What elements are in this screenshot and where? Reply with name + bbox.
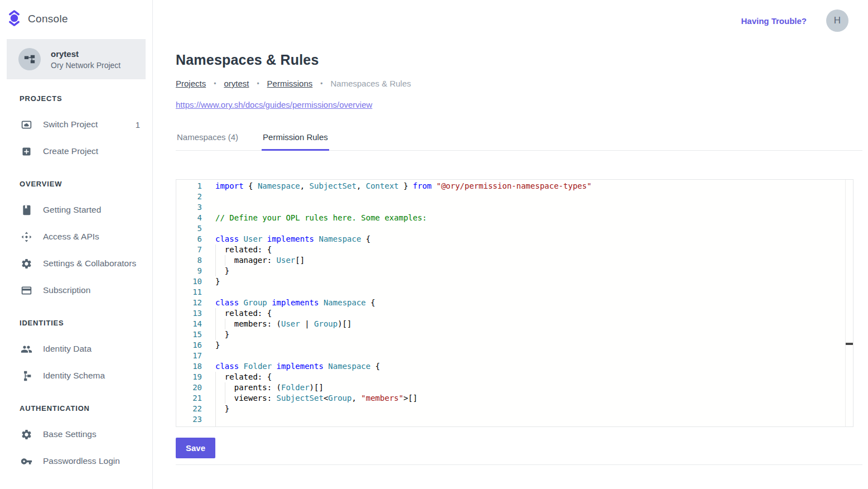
code-line: 20 parents: (Folder)[] [176, 382, 845, 393]
code-line-text: } [215, 266, 229, 276]
sidebar: Console orytest Ory Network Project PROJ… [0, 0, 153, 489]
code-editor-text[interactable]: 1import { Namespace, SubjectSet, Context… [176, 180, 845, 426]
code-line: 15 } [176, 329, 845, 340]
sidebar-item-label: Getting Started [43, 205, 101, 215]
tab-namespaces[interactable]: Namespaces (4) [176, 124, 239, 150]
code-line: 23 [176, 414, 845, 425]
line-number: 9 [176, 266, 202, 276]
sidebar-item-subscription[interactable]: Subscription [0, 277, 152, 304]
tab-permission-rules[interactable]: Permission Rules [262, 124, 329, 150]
code-line: 4// Define your OPL rules here. Some exa… [176, 213, 845, 223]
line-number: 5 [176, 223, 202, 234]
line-number: 6 [176, 234, 202, 244]
code-line-text: viewers: SubjectSet<Group, "members">[] [215, 393, 417, 404]
code-line: 1import { Namespace, SubjectSet, Context… [176, 181, 845, 191]
code-line-text: class User implements Namespace { [215, 234, 370, 244]
nav-section-heading: PROJECTS [0, 93, 152, 104]
sidebar-item-create-project[interactable]: Create Project [0, 138, 152, 165]
breadcrumb-item-projects[interactable]: Projects [176, 79, 206, 88]
breadcrumb-separator: • [214, 80, 216, 88]
line-number: 4 [176, 213, 202, 223]
having-trouble-link[interactable]: Having Trouble? [741, 16, 807, 26]
sidebar-item-getting-started[interactable]: Getting Started [0, 196, 152, 223]
top-bar: Having Trouble? H [153, 0, 868, 41]
breadcrumb-separator: • [257, 80, 259, 88]
code-line-text: } [215, 329, 229, 340]
breadcrumb-item-orytest[interactable]: orytest [224, 79, 249, 88]
code-line: 9 } [176, 266, 845, 276]
line-number: 14 [176, 319, 202, 329]
code-line: 5 [176, 223, 845, 234]
code-line-text: } [215, 340, 220, 351]
breadcrumb-separator: • [320, 80, 322, 88]
code-line: 10} [176, 276, 845, 287]
sidebar-item-label: Passwordless Login [43, 456, 120, 466]
sidebar-item-label: Subscription [43, 285, 90, 295]
nav-section-heading: AUTHENTICATION [0, 403, 152, 414]
code-line: 12class Group implements Namespace { [176, 298, 845, 308]
code-line-text: class Folder implements Namespace { [215, 361, 380, 372]
line-number: 19 [176, 372, 202, 382]
sidebar-item-passwordless-login[interactable]: Passwordless Login [0, 448, 152, 474]
main-area: Having Trouble? H Namespaces & Rules Pro… [153, 0, 868, 489]
nav-section-overview: OVERVIEWGetting StartedAccess & APIsSett… [0, 179, 152, 304]
console-logo[interactable]: Console [0, 8, 152, 30]
code-line: 11 [176, 287, 845, 298]
line-number: 18 [176, 361, 202, 372]
indent-guide [215, 414, 216, 425]
line-number: 23 [176, 414, 202, 425]
project-card[interactable]: orytest Ory Network Project [7, 39, 146, 79]
code-line-text: import { Namespace, SubjectSet, Context … [215, 181, 591, 191]
code-line-text: members: (User | Group)[] [215, 319, 351, 329]
code-line: 17 [176, 351, 845, 361]
line-number: 24 [176, 425, 202, 426]
code-line: 6class User implements Namespace { [176, 234, 845, 244]
code-line: 8 manager: User[] [176, 255, 845, 266]
code-line: 21 viewers: SubjectSet<Group, "members">… [176, 393, 845, 404]
docs-link[interactable]: https://www.ory.sh/docs/guides/permissio… [176, 100, 372, 109]
sidebar-item-label: Access & APIs [43, 232, 99, 242]
page-title: Namespaces & Rules [176, 52, 862, 68]
line-number: 2 [176, 191, 202, 202]
project-count-badge: 1 [136, 120, 140, 130]
nav-section-identities: IDENTITIESIdentity DataIdentity Schema [0, 318, 152, 389]
code-line-text: related: { [215, 244, 272, 255]
code-line-text: // Define your OPL rules here. Some exam… [215, 213, 427, 223]
code-editor[interactable]: 1import { Namespace, SubjectSet, Context… [176, 179, 853, 427]
key-icon [20, 455, 32, 467]
book-icon [20, 204, 32, 216]
line-number: 16 [176, 340, 202, 351]
code-line: 3 [176, 202, 845, 213]
schema-icon [20, 370, 32, 382]
code-line-text: permits = { [215, 425, 277, 426]
people-icon [20, 343, 32, 355]
nav-section-authentication: AUTHENTICATIONBase SettingsPasswordless … [0, 403, 152, 474]
line-number: 12 [176, 298, 202, 308]
code-line: 19 related: { [176, 372, 845, 382]
sidebar-item-access-apis[interactable]: Access & APIs [0, 223, 152, 250]
line-number: 1 [176, 181, 202, 191]
line-number: 10 [176, 276, 202, 287]
sidebar-item-identity-data[interactable]: Identity Data [0, 335, 152, 362]
sidebar-item-base-settings[interactable]: Base Settings [0, 421, 152, 448]
plus-square-icon [20, 145, 32, 157]
tab-bar: Namespaces (4)Permission Rules [176, 124, 862, 151]
page-content: Namespaces & Rules Projects•orytest•Perm… [153, 52, 868, 465]
content-bottom-divider [176, 458, 862, 465]
nav-section-projects: PROJECTSSwitch Project1Create Project [0, 93, 152, 165]
sidebar-item-identity-schema[interactable]: Identity Schema [0, 362, 152, 389]
breadcrumb-item-permissions[interactable]: Permissions [267, 79, 313, 88]
dpad-icon [20, 231, 32, 243]
sidebar-item-switch-project[interactable]: Switch Project1 [0, 111, 152, 138]
user-avatar[interactable]: H [826, 9, 848, 32]
line-number: 17 [176, 351, 202, 361]
code-line: 18class Folder implements Namespace { [176, 361, 845, 372]
editor-scrollbar[interactable] [845, 180, 853, 426]
code-line: 7 related: { [176, 244, 845, 255]
sidebar-item-settings-collaborators[interactable]: Settings & Collaborators [0, 250, 152, 277]
sidebar-item-label: Identity Schema [43, 371, 105, 381]
code-line: 14 members: (User | Group)[] [176, 319, 845, 329]
code-line-text: related: { [215, 308, 272, 319]
project-name: orytest [51, 49, 120, 59]
save-button[interactable]: Save [176, 438, 215, 458]
